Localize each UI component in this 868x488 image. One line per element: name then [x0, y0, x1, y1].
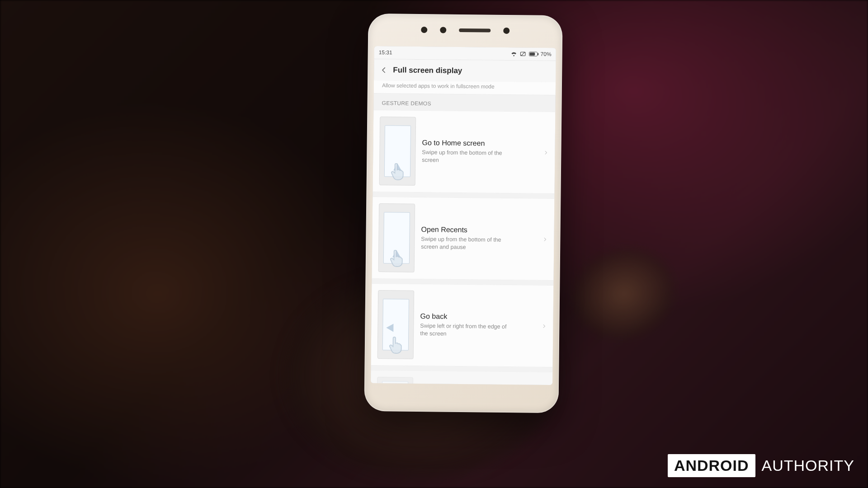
svg-rect-3	[538, 53, 538, 55]
gesture-thumb-recents	[378, 203, 415, 272]
chevron-left-icon	[380, 66, 387, 74]
gesture-title: Go to Home screen	[422, 139, 536, 148]
status-time: 15:31	[379, 49, 392, 56]
wifi-icon	[511, 51, 517, 56]
gesture-subtitle: Swipe left or right from the edge of the…	[420, 322, 515, 338]
status-right-cluster: 70%	[511, 51, 552, 57]
hand-pointer-icon	[387, 248, 406, 268]
previous-row-subtitle-clipped: Allow selected apps to work in fullscree…	[374, 80, 556, 95]
chevron-right-icon	[540, 323, 547, 329]
chevron-right-icon	[542, 150, 549, 156]
watermark: ANDROID AUTHORITY	[668, 454, 854, 477]
settings-content[interactable]: Allow selected apps to work in fullscree…	[371, 80, 556, 385]
proximity-sensor	[503, 28, 509, 34]
earpiece	[459, 28, 491, 33]
gesture-thumb-back	[377, 290, 415, 359]
battery-percent: 70%	[541, 51, 552, 57]
back-button[interactable]	[377, 64, 390, 76]
section-header-gesture-demos: GESTURE DEMOS	[373, 94, 555, 112]
gesture-demo-back[interactable]: Go back Swipe left or right from the edg…	[371, 283, 553, 367]
chevron-right-icon	[541, 236, 548, 243]
watermark-boxed-word: ANDROID	[668, 454, 755, 477]
sensor-dot	[421, 27, 427, 33]
phone-bottom-bezel	[364, 384, 559, 413]
gesture-demo-home[interactable]: Go to Home screen Swipe up from the bott…	[373, 110, 555, 194]
gesture-title: Go back	[420, 312, 534, 322]
watermark-loose-word: AUTHORITY	[762, 457, 854, 474]
gesture-demo-recents[interactable]: Open Recents Swipe up from the bottom of…	[372, 197, 554, 281]
phone-device: 15:31 70% Full screen display Al	[364, 14, 562, 413]
phone-screen: 15:31 70% Full screen display Al	[371, 46, 556, 385]
gesture-demo-peek[interactable]	[371, 370, 552, 385]
gesture-subtitle: Swipe up from the bottom of the screen	[422, 149, 517, 165]
svg-rect-4	[529, 52, 535, 56]
battery-indicator: 70%	[529, 51, 552, 57]
front-camera	[440, 27, 446, 33]
svg-line-1	[521, 52, 525, 56]
title-bar: Full screen display	[374, 59, 556, 83]
phone-top-bezel	[368, 14, 563, 47]
gesture-thumb-home	[379, 117, 416, 186]
gesture-subtitle: Swipe up from the bottom of the screen a…	[421, 235, 516, 252]
gesture-title: Open Recents	[421, 225, 535, 235]
page-title: Full screen display	[393, 66, 462, 75]
no-sim-icon	[520, 51, 526, 56]
hand-pointer-icon	[387, 161, 407, 181]
status-bar: 15:31 70%	[374, 46, 556, 61]
hand-pointer-icon	[386, 335, 406, 355]
